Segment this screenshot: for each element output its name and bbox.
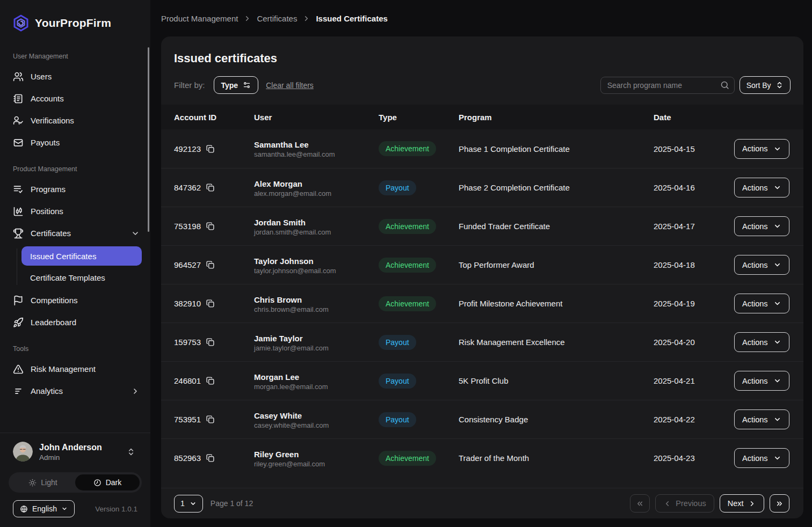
type-badge: Payout — [379, 374, 416, 389]
users-icon — [13, 71, 24, 82]
profile-role: Admin — [39, 453, 120, 462]
actions-label: Actions — [742, 184, 768, 192]
breadcrumb-certificates[interactable]: Certificates — [257, 14, 297, 23]
actions-button[interactable]: Actions — [734, 255, 789, 275]
account-id: 753198 — [174, 222, 201, 231]
sidebar-item-label: Programs — [31, 185, 66, 194]
account-id: 964527 — [174, 260, 201, 269]
first-page-button[interactable] — [630, 494, 650, 513]
program-name: Risk Management Excellence — [459, 338, 654, 347]
copy-icon[interactable] — [206, 453, 215, 463]
user-name: Taylor Johnson — [254, 255, 379, 267]
type-badge: Payout — [379, 335, 416, 350]
breadcrumb-product-management[interactable]: Product Management — [161, 14, 238, 23]
copy-icon[interactable] — [206, 144, 215, 153]
breadcrumb-issued-certificates: Issued Certificates — [316, 14, 387, 23]
theme-dark-button[interactable]: Dark — [75, 474, 140, 491]
app-logo: YourPropFirm — [0, 0, 150, 43]
copy-icon[interactable] — [206, 260, 215, 269]
column-header-date: Date — [654, 113, 734, 122]
table-row: 159753 Jamie Taylor jamie.taylor@email.c… — [161, 323, 803, 361]
actions-label: Actions — [742, 222, 768, 231]
program-name: Profit Milestone Achievement — [459, 299, 654, 308]
sidebar-item-label: Competitions — [31, 296, 78, 305]
chevron-down-icon — [61, 506, 68, 512]
type-badge: Achievement — [379, 141, 436, 156]
type-badge: Achievement — [379, 451, 436, 466]
issue-date: 2025-04-18 — [654, 260, 734, 269]
language-selector[interactable]: English — [13, 500, 75, 517]
actions-button[interactable]: Actions — [734, 294, 789, 313]
sidebar-item-leaderboard[interactable]: Leaderboard — [13, 311, 142, 333]
chevron-down-icon — [773, 454, 781, 462]
issue-date: 2025-04-22 — [654, 415, 734, 424]
type-filter-button[interactable]: Type — [214, 76, 259, 94]
sidebar-item-competitions[interactable]: Competitions — [13, 289, 142, 311]
copy-icon[interactable] — [206, 376, 215, 385]
actions-label: Actions — [742, 299, 768, 308]
page-select-value: 1 — [180, 499, 185, 508]
chevron-right-icon — [748, 500, 756, 508]
actions-button[interactable]: Actions — [734, 448, 789, 468]
sidebar-item-payouts[interactable]: Payouts — [13, 131, 142, 153]
sidebar-subitem-issued-certificates[interactable]: Issued Certificates — [21, 246, 142, 266]
copy-icon[interactable] — [206, 299, 215, 308]
sidebar-item-accounts[interactable]: Accounts — [13, 87, 142, 109]
actions-label: Actions — [742, 454, 768, 463]
actions-button[interactable]: Actions — [734, 371, 789, 391]
trophy-icon — [13, 228, 24, 239]
chevron-down-icon — [773, 222, 781, 230]
sidebar-item-analytics[interactable]: Analytics — [13, 380, 142, 402]
actions-button[interactable]: Actions — [734, 178, 789, 197]
next-page-button[interactable]: Next — [720, 494, 764, 513]
search-input[interactable] — [600, 77, 735, 94]
issue-date: 2025-04-21 — [654, 376, 734, 385]
sidebar-item-verifications[interactable]: Verifications — [13, 109, 142, 131]
table-row: 964527 Taylor Johnson taylor.johnson@ema… — [161, 245, 803, 284]
issue-date: 2025-04-15 — [654, 144, 734, 153]
sidebar-scrollbar[interactable] — [148, 47, 149, 232]
copy-icon[interactable] — [206, 415, 215, 424]
chevron-down-icon — [773, 415, 781, 423]
sidebar-item-risk-management[interactable]: Risk Management — [13, 358, 142, 380]
copy-icon[interactable] — [206, 222, 215, 231]
sidebar-item-label: Positions — [31, 207, 63, 216]
language-label: English — [32, 504, 57, 513]
theme-toggle: Light Dark — [9, 472, 142, 493]
chevrons-up-down-icon — [127, 448, 135, 456]
sidebar-subitem-certificate-templates[interactable]: Certificate Templates — [21, 268, 142, 287]
type-badge: Achievement — [379, 296, 436, 311]
sliders-icon — [243, 81, 251, 89]
actions-button[interactable]: Actions — [734, 216, 789, 236]
next-label: Next — [728, 499, 744, 508]
type-badge: Payout — [379, 412, 416, 427]
sidebar-item-users[interactable]: Users — [13, 65, 142, 87]
pagination-bar: 1 Page 1 of 12 Previous Next — [161, 488, 803, 518]
last-page-button[interactable] — [770, 494, 789, 513]
actions-button[interactable]: Actions — [734, 139, 789, 159]
account-id: 753951 — [174, 415, 201, 424]
sidebar-item-programs[interactable]: Programs — [13, 178, 142, 200]
sort-by-button[interactable]: Sort By — [740, 76, 791, 94]
theme-light-button[interactable]: Light — [11, 474, 75, 491]
copy-icon[interactable] — [206, 183, 215, 192]
avatar — [13, 442, 33, 462]
sidebar-item-certificates[interactable]: Certificates — [13, 222, 142, 244]
chevron-down-icon — [773, 377, 781, 385]
chevron-down-icon — [773, 299, 781, 308]
sidebar-item-label: Risk Management — [31, 364, 96, 374]
page-select[interactable]: 1 — [174, 495, 203, 513]
previous-page-button[interactable]: Previous — [655, 494, 714, 513]
sidebar-item-positions[interactable]: Positions — [13, 200, 142, 222]
sidebar-nav: User Management Users Accounts Verificat… — [0, 43, 150, 433]
user-email: riley.green@email.com — [254, 460, 379, 468]
clear-all-filters-link[interactable]: Clear all filters — [266, 81, 314, 90]
chevron-down-icon — [773, 261, 781, 269]
actions-button[interactable]: Actions — [734, 409, 789, 429]
user-email: chris.brown@email.com — [254, 305, 379, 313]
actions-button[interactable]: Actions — [734, 332, 789, 352]
chevron-right-icon — [302, 14, 310, 23]
copy-icon[interactable] — [206, 338, 215, 347]
main-content: Product Management Certificates Issued C… — [150, 0, 812, 527]
profile-menu[interactable]: John Anderson Admin — [9, 442, 142, 462]
